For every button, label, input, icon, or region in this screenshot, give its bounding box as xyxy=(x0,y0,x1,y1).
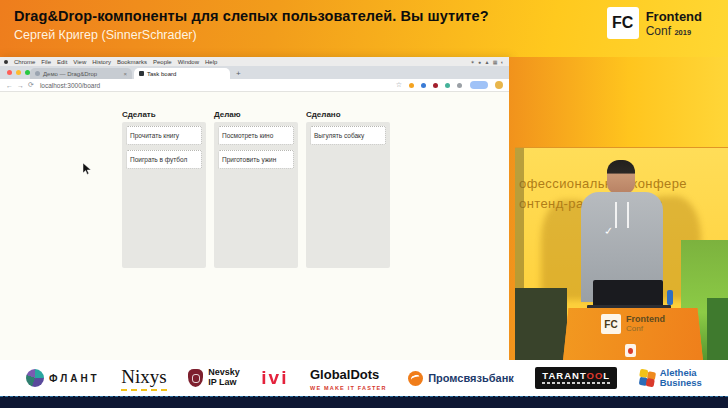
aletheia-logo-icon xyxy=(637,369,656,388)
podium-fc-logo: FC Frontend Conf xyxy=(601,314,665,334)
extension-icon[interactable] xyxy=(433,83,438,88)
menu-item-file[interactable]: File xyxy=(41,59,51,65)
menubar-status-icons: ✶ ● ▲ ▦ ◐ xyxy=(471,59,505,65)
extension-icon[interactable] xyxy=(421,83,426,88)
menu-item-history[interactable]: History xyxy=(92,59,111,65)
macos-menubar: Chrome File Edit View History Bookmarks … xyxy=(0,57,509,66)
task-card[interactable]: Поиграть в футбол xyxy=(126,150,202,169)
mouse-cursor xyxy=(83,163,91,175)
menu-item-chrome[interactable]: Chrome xyxy=(14,59,35,65)
psb-logo-icon xyxy=(408,371,423,386)
sponsor-nixys: Nixys xyxy=(121,366,166,391)
stage-dark-corner xyxy=(515,288,567,360)
profile-avatar[interactable] xyxy=(495,81,503,89)
speaker-head xyxy=(607,160,635,194)
column-dropzone[interactable]: Прочитать книгу Поиграть в футбол xyxy=(122,122,206,268)
flant-logo-icon xyxy=(26,369,44,387)
column-dropzone[interactable]: Посмотреть кино Приготовить ужин xyxy=(214,122,298,268)
sponsor-tarantool: TARANTOOL xyxy=(535,367,617,390)
extension-icon[interactable] xyxy=(457,83,462,88)
laptop xyxy=(593,280,663,306)
stage-green-panel-dark xyxy=(707,298,728,360)
back-button[interactable]: ← xyxy=(6,82,13,89)
menu-item-bookmarks[interactable]: Bookmarks xyxy=(117,59,147,65)
slide-background: Drag&Drop-компоненты для слепых пользова… xyxy=(0,0,728,408)
task-card[interactable]: Посмотреть кино xyxy=(218,126,294,145)
column-title: Сделать xyxy=(122,110,206,119)
sponsor-psb: Промсвязьбанк xyxy=(408,371,514,386)
fc-logo-icon: FC xyxy=(607,7,639,39)
kanban-column-todo: Сделать Прочитать книгу Поиграть в футбо… xyxy=(122,110,206,268)
close-window-button[interactable] xyxy=(7,70,12,75)
water-bottle xyxy=(667,290,673,305)
extension-icon[interactable] xyxy=(445,83,450,88)
address-field[interactable]: localhost:3000/board xyxy=(40,82,100,89)
kanban-column-doing: Делаю Посмотреть кино Приготовить ужин xyxy=(214,110,298,268)
speaker-video: офессиональная конфере онтенд-разработчи… xyxy=(515,147,728,360)
menu-item-people[interactable]: People xyxy=(153,59,172,65)
nevsky-shield-icon xyxy=(188,369,203,387)
organizer-emblem xyxy=(625,344,636,357)
kanban-board: Сделать Прочитать книгу Поиграть в футбо… xyxy=(122,110,390,268)
fc-logo-icon: FC xyxy=(601,314,621,334)
sponsor-globaldots: GlobalDots WE MAKE IT FASTER xyxy=(310,365,387,391)
column-title: Сделано xyxy=(306,110,390,119)
forward-button[interactable]: → xyxy=(17,82,24,89)
tab-title: Демо — Drag&Drop xyxy=(43,71,97,77)
bookmark-star-icon[interactable]: ☆ xyxy=(396,81,402,89)
sponsor-aletheia: Aletheia Business xyxy=(639,368,702,389)
new-tab-button[interactable]: + xyxy=(236,69,241,78)
tab-favicon xyxy=(139,71,144,76)
profile-chip[interactable] xyxy=(470,81,488,89)
tab-close-icon[interactable]: × xyxy=(123,71,127,77)
tarantool-tagline xyxy=(542,382,610,384)
sponsor-ivi: ivi xyxy=(261,367,288,389)
sponsor-flant: ФЛАНТ xyxy=(26,369,100,387)
podium: FC Frontend Conf xyxy=(563,308,703,360)
frontend-conf-logo: FC Frontend Conf 2019 xyxy=(607,7,702,39)
minimize-window-button[interactable] xyxy=(16,70,21,75)
menu-item-view[interactable]: View xyxy=(73,59,86,65)
kanban-column-done: Сделано Выгулять собаку xyxy=(306,110,390,268)
tab-title: Task board xyxy=(147,71,176,77)
talk-speaker: Сергей Кригер (SinnerSchrader) xyxy=(14,28,197,42)
browser-urlbar: ← → ⟳ localhost:3000/board ☆ xyxy=(0,79,509,92)
page-viewport: Сделать Прочитать книгу Поиграть в футбо… xyxy=(0,92,509,360)
talk-header: Drag&Drop-компоненты для слепых пользова… xyxy=(0,0,728,57)
task-card[interactable]: Прочитать книгу xyxy=(126,126,202,145)
talk-title: Drag&Drop-компоненты для слепых пользова… xyxy=(14,8,489,24)
nike-swoosh-icon: ✓ xyxy=(603,225,615,237)
logo-year: 2019 xyxy=(674,28,691,37)
podium-brand-top: Frontend xyxy=(626,315,665,325)
extension-icon[interactable] xyxy=(409,83,414,88)
sponsor-nevsky-ip-law: Nevsky IP Law xyxy=(188,368,240,388)
podium-brand-bottom: Conf xyxy=(626,324,665,333)
logo-brand-top: Frontend xyxy=(646,10,702,23)
menu-item-help[interactable]: Help xyxy=(205,59,217,65)
reload-button[interactable]: ⟳ xyxy=(28,81,34,89)
column-title: Делаю xyxy=(214,110,298,119)
sponsor-bar: ФЛАНТ Nixys Nevsky IP Law ivi GlobalDots… xyxy=(0,360,728,396)
task-card[interactable]: Выгулять собаку xyxy=(310,126,386,145)
logo-brand-bottom: Conf xyxy=(646,24,671,38)
tab-favicon xyxy=(35,71,40,76)
bottom-bar xyxy=(0,396,728,408)
tab-demo-dragdrop[interactable]: Демо — Drag&Drop × xyxy=(30,68,132,79)
column-dropzone[interactable]: Выгулять собаку xyxy=(306,122,390,268)
apple-menu-icon[interactable] xyxy=(4,60,8,64)
menu-item-window[interactable]: Window xyxy=(178,59,199,65)
browser-tabbar: Демо — Drag&Drop × Task board + xyxy=(0,66,509,79)
tab-task-board-active[interactable]: Task board xyxy=(134,68,230,79)
window-controls[interactable] xyxy=(7,70,30,75)
browser-window: Chrome File Edit View History Bookmarks … xyxy=(0,57,509,360)
menu-item-edit[interactable]: Edit xyxy=(57,59,67,65)
task-card[interactable]: Приготовить ужин xyxy=(218,150,294,169)
